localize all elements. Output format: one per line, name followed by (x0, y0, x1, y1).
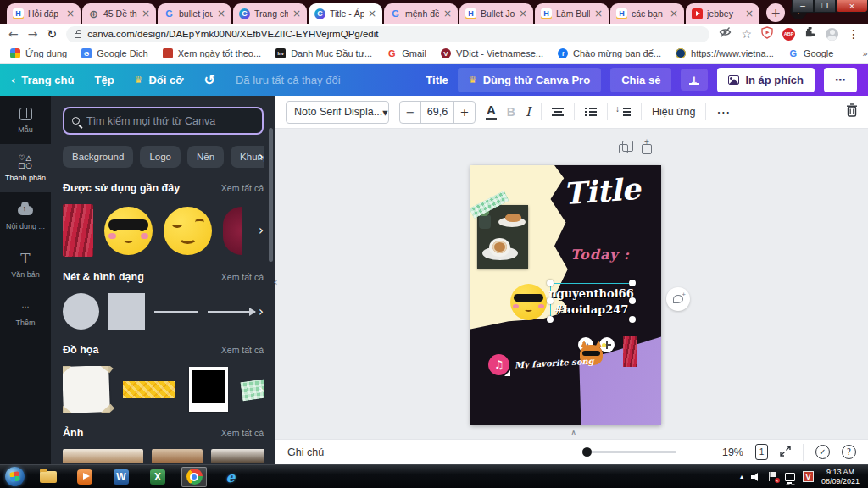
tab-close-icon[interactable]: × (217, 8, 225, 19)
tray-expand-icon[interactable]: ▴ (740, 473, 743, 480)
poster-sunglasses-emoji[interactable] (510, 284, 547, 320)
line-shape[interactable] (154, 311, 198, 313)
tab-jebbey[interactable]: jebbey × (686, 3, 760, 24)
red-paper-strip[interactable] (623, 336, 637, 367)
tab-bullet-jo[interactable]: H Bullet Jo × (459, 3, 533, 24)
list-button[interactable] (585, 108, 597, 116)
profile-avatar[interactable] (826, 28, 838, 41)
tab-bullet-journal[interactable]: G bullet jou × (158, 3, 231, 24)
arrow-shape[interactable] (208, 311, 255, 313)
eye-off-icon[interactable] (719, 26, 732, 42)
delete-button[interactable] (846, 103, 858, 120)
minimize-button[interactable]: − (792, 0, 814, 13)
bookmark-google-dich[interactable]: GGoogle Dịch (81, 48, 148, 58)
chip-logo[interactable]: Logo (140, 146, 181, 168)
network-icon[interactable] (785, 473, 795, 481)
recent-see-all-link[interactable]: Xem tất cả (221, 183, 264, 193)
text-color-button[interactable]: A (486, 103, 497, 120)
increase-size-button[interactable]: + (454, 102, 475, 123)
vdict-tray-icon[interactable]: V (803, 471, 814, 482)
bookmark-star-icon[interactable]: ☆ (741, 28, 752, 40)
alignment-button[interactable] (552, 108, 564, 116)
bookmark-vdict[interactable]: VVDict - Vietnamese... (441, 48, 543, 58)
collapse-notes-icon[interactable]: ∧ (570, 428, 576, 437)
page-count-badge[interactable]: 1 (755, 444, 768, 460)
tab-close-icon[interactable]: × (745, 8, 754, 19)
graphics-next-icon[interactable]: › (259, 383, 264, 396)
selected-text-box[interactable]: nguyenthoi66 #hoidap247 (550, 283, 632, 319)
tab-menh-de[interactable]: G mệnh đề × (384, 3, 458, 24)
design-canvas[interactable]: Title Today : nguyenthoi66 #hoidap247 ↻ (275, 129, 868, 439)
font-size-value[interactable]: 69,6 (420, 102, 454, 123)
action-center-flag-icon[interactable]: × (769, 472, 777, 481)
graphics-see-all-link[interactable]: Xem tất cả (221, 345, 264, 355)
header-more-button[interactable]: ⋯ (824, 68, 857, 92)
add-page-icon[interactable] (642, 144, 652, 154)
effects-button[interactable]: Hiệu ứng (652, 106, 695, 118)
resize-button[interactable]: ♛Đổi cỡ (135, 74, 184, 86)
document-title[interactable]: Title (426, 74, 448, 86)
zoom-slider[interactable] (583, 451, 676, 453)
resize-handle[interactable] (629, 297, 636, 304)
shapes-see-all-link[interactable]: Xem tất cả (221, 272, 264, 282)
coffee-photo[interactable] (477, 205, 528, 269)
zoom-slider-handle[interactable] (582, 447, 592, 457)
panel-scrollbar[interactable] (269, 128, 273, 262)
bookmark-xem-ngay[interactable]: Xem ngày tốt theo... (163, 48, 261, 58)
tab-close-icon[interactable]: × (142, 8, 150, 19)
taskbar-word[interactable]: W (108, 467, 134, 487)
resize-handle[interactable] (547, 297, 554, 304)
circle-shape[interactable] (63, 293, 99, 330)
print-poster-button[interactable]: In áp phích (717, 68, 815, 92)
help-button[interactable]: ? (842, 445, 856, 459)
panel-search-box[interactable] (63, 107, 264, 135)
partial-element[interactable] (223, 207, 242, 255)
panel-collapse-handle[interactable]: ‹ (270, 269, 281, 294)
download-button[interactable]: ↓ (681, 69, 708, 91)
start-button[interactable] (5, 467, 25, 486)
resize-handle[interactable] (547, 316, 554, 323)
chips-next-icon[interactable]: › (259, 151, 264, 164)
home-button[interactable]: ‹Trang chủ (11, 74, 74, 86)
undo-button[interactable]: ↺ (204, 72, 215, 88)
url-field[interactable]: canva.com/design/DAEpYmk00N0/XEfbVEZIIC-… (66, 26, 709, 42)
add-comment-button[interactable] (666, 287, 690, 311)
volume-icon[interactable] (751, 473, 761, 481)
chip-nen[interactable]: Nền (187, 146, 224, 168)
poster-today-text[interactable]: Today : (554, 247, 647, 263)
resize-handle[interactable] (547, 280, 554, 286)
bookmark-vietnam[interactable]: https://www.vietna... (676, 48, 774, 58)
file-menu[interactable]: Tệp (94, 74, 114, 86)
decrease-size-button[interactable]: − (400, 102, 420, 123)
taskbar-clock[interactable]: 9:13 AM 08/09/2021 (821, 468, 863, 485)
duplicate-page-icon[interactable] (619, 144, 628, 153)
sidebar-item-uploads[interactable]: Nội dung ... (0, 192, 51, 241)
bold-button[interactable]: B (507, 105, 515, 119)
tab-close-icon[interactable]: × (66, 8, 75, 19)
new-tab-button[interactable]: + (766, 3, 785, 22)
sidebar-item-text[interactable]: T Văn bản (0, 241, 51, 289)
square-shape[interactable] (108, 293, 145, 330)
wink-emoji-element[interactable] (164, 207, 212, 255)
reload-icon[interactable]: ↻ (47, 28, 57, 40)
tab-canva-title-active[interactable]: C Title - Áp × (309, 3, 382, 24)
poster-title-text[interactable]: Title (550, 170, 654, 212)
zoom-level[interactable]: 19% (722, 446, 743, 458)
notes-button[interactable]: Ghi chú (287, 446, 324, 458)
bookmark-apps[interactable]: Ứng dụng (10, 48, 67, 58)
bookmark-gmail[interactable]: GGmail (387, 48, 426, 58)
taskbar-ie[interactable]: e (218, 467, 243, 487)
sidebar-item-templates[interactable]: Mẫu (0, 96, 51, 144)
try-pro-button[interactable]: ♛Dùng thử Canva Pro (458, 68, 601, 92)
share-button[interactable]: Chia sẻ (610, 68, 671, 92)
photo-thumbnail[interactable] (63, 449, 143, 463)
tab-cac-ban[interactable]: H các bạn × (610, 3, 684, 24)
adguard-shield-icon[interactable] (761, 26, 773, 42)
sunglasses-emoji-element[interactable] (104, 207, 153, 255)
tab-lam-bull[interactable]: H Làm Bull × (535, 3, 609, 24)
taskbar-explorer[interactable] (36, 467, 61, 487)
shapes-next-icon[interactable]: › (259, 305, 264, 318)
bookmark-facebook[interactable]: fChào mừng bạn đế... (558, 48, 661, 58)
forward-icon[interactable]: → (28, 28, 38, 40)
status-check-button[interactable]: ✓ (815, 445, 830, 459)
